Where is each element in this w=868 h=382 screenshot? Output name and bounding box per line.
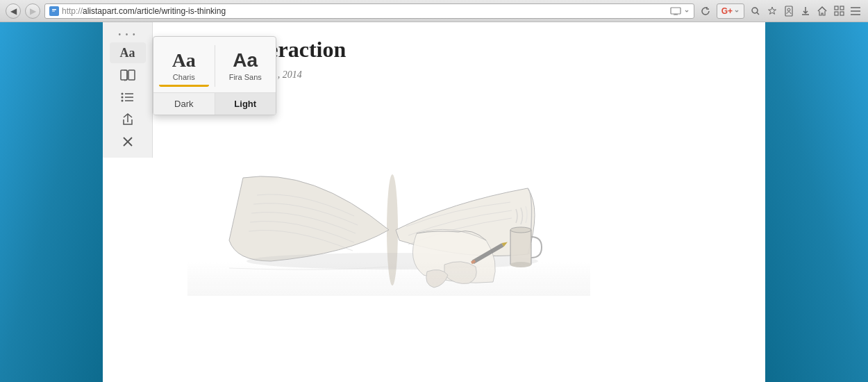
svg-point-15 [121, 100, 123, 102]
charis-name: Charis [173, 73, 195, 81]
address-icon [49, 6, 59, 16]
font-divider [215, 45, 215, 87]
firasans-font-option[interactable]: Aa Fira Sans [221, 45, 271, 87]
svg-point-13 [121, 93, 123, 95]
back-button[interactable]: ◀ [6, 3, 21, 19]
toolbar-icons [749, 4, 862, 18]
reader-toolbar: • • • Aa [103, 22, 153, 158]
charis-font-option[interactable]: Aa Charis [159, 45, 209, 87]
svg-point-14 [121, 97, 123, 99]
menu-button[interactable] [849, 4, 862, 18]
share-button[interactable] [110, 109, 146, 130]
address-bar[interactable]: http://alistapart.com/article/writing-is… [44, 3, 694, 19]
google-plus-button[interactable]: G+ [717, 3, 744, 19]
svg-rect-3 [671, 8, 681, 14]
svg-point-4 [752, 8, 758, 13]
svg-rect-12 [128, 70, 135, 80]
reload-button[interactable] [699, 4, 712, 18]
charis-preview: Aa [172, 51, 196, 70]
list-button[interactable] [110, 87, 146, 108]
theme-options: Dark Light [153, 92, 276, 115]
svg-rect-11 [121, 70, 127, 80]
font-options: Aa Charis Aa Fira Sans [153, 37, 276, 92]
svg-point-6 [787, 8, 790, 11]
font-picker-popup: Aa Charis Aa Fira Sans Dark Light [153, 36, 276, 115]
svg-rect-9 [835, 12, 838, 15]
book-button[interactable] [110, 65, 146, 85]
firasans-name: Fira Sans [229, 73, 262, 81]
left-sidebar [0, 22, 103, 382]
font-size-button[interactable]: Aa [110, 42, 146, 63]
light-theme-button[interactable]: Light [215, 93, 276, 115]
svg-point-22 [510, 227, 531, 233]
dark-theme-button[interactable]: Dark [153, 93, 215, 115]
svg-rect-8 [840, 6, 844, 10]
svg-rect-2 [52, 10, 55, 11]
browser-chrome: ◀ ▶ http://alistapart.com/article/writin… [0, 0, 868, 22]
article-illustration [187, 94, 590, 296]
google-dropdown-icon [734, 8, 740, 14]
svg-rect-10 [840, 12, 844, 15]
svg-rect-1 [52, 9, 56, 10]
monitor-icon [670, 7, 681, 15]
forward-button[interactable]: ▶ [25, 3, 40, 19]
search-button[interactable] [749, 4, 762, 18]
grid-button[interactable] [832, 4, 846, 18]
dropdown-arrow-icon [684, 7, 690, 15]
toolbar-dots: • • • [118, 28, 136, 41]
download-button[interactable] [799, 4, 812, 18]
star-button[interactable] [765, 4, 779, 18]
svg-rect-7 [835, 6, 838, 10]
firasans-preview: Aa [233, 51, 258, 70]
bookmark-button[interactable] [782, 4, 796, 18]
right-sidebar [765, 22, 868, 382]
home-button[interactable] [815, 4, 829, 18]
svg-rect-24 [187, 261, 590, 296]
address-text: http://alistapart.com/article/writing-is… [62, 6, 226, 16]
close-button[interactable] [110, 131, 146, 152]
